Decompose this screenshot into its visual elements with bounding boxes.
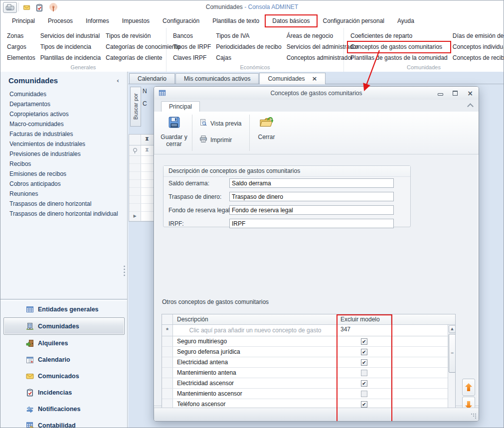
document-tab[interactable]: Mis comunicados activos × [175, 73, 259, 84]
menu-item[interactable]: Principal [5, 15, 41, 26]
row-description[interactable]: Seguro defensa jurídica [173, 347, 337, 357]
sidebar-item[interactable]: Recibos [0, 159, 127, 169]
table-row[interactable]: Mantenimiento ascensor ✔ [162, 389, 455, 399]
sidebar-item[interactable]: Traspasos de dinero horizontal [0, 199, 127, 209]
ribbon-link[interactable]: Bancos [170, 31, 213, 41]
row-exclude-cell[interactable]: ✔ [337, 336, 391, 346]
menu-item[interactable]: Procesos [41, 15, 79, 26]
exclude-checkbox[interactable]: ✔ [361, 370, 367, 376]
ribbon-link[interactable]: Días de emisión de recibo [450, 31, 504, 41]
ribbon-link[interactable]: Plantillas de gastos de la comunidad [348, 53, 450, 63]
ribbon-link[interactable]: Conceptos de gastos comunitarios [348, 42, 450, 52]
module-calendario[interactable]: Calendario [0, 351, 127, 368]
exclude-checkbox[interactable]: ✔ [361, 391, 367, 397]
row-description[interactable]: Electricidad ascensor [173, 378, 337, 388]
exclude-checkbox[interactable]: ✔ [361, 359, 367, 366]
module-entidades-generales[interactable]: Entidades generales [0, 301, 127, 317]
search-by-vertical-tab[interactable]: Buscar por [130, 87, 141, 127]
row-description[interactable]: Electricidad antena [173, 357, 337, 367]
tab-principal[interactable]: Principal [161, 101, 200, 113]
module-notificaciones[interactable]: Notificaciones [0, 401, 127, 417]
row-exclude-cell[interactable]: ✔ [337, 357, 391, 367]
scrollbar-thumb[interactable]: ≡ [449, 334, 456, 373]
sidebar-item[interactable]: Emisiones de recibos [0, 169, 127, 179]
ribbon-link[interactable]: Cargos [4, 42, 38, 52]
module-comunidades[interactable]: Comunidades [3, 317, 125, 335]
module-alquileres[interactable]: Alquileres [0, 335, 127, 351]
module-comunicados[interactable]: Comunicados [0, 368, 127, 384]
table-row[interactable]: Electricidad antena ✔ [162, 357, 455, 368]
sidebar-item[interactable]: Comunidades [0, 89, 127, 99]
minimize-button[interactable] [437, 90, 444, 97]
table-row[interactable]: Seguro defensa jurídica ✔ [162, 347, 455, 357]
table-row[interactable]: Seguro multiriesgo ✔ [162, 336, 455, 347]
ribbon-link[interactable]: Coeficientes de reparto [348, 31, 450, 41]
ribbon-link[interactable]: Elementos [4, 53, 38, 63]
field-input[interactable] [229, 205, 394, 215]
menu-item[interactable]: Plantillas de texto [206, 15, 266, 26]
preview-button[interactable]: Vista previa [196, 118, 244, 129]
close-button[interactable]: × [467, 90, 474, 97]
save-and-close-button[interactable]: Guardar y cerrar [158, 112, 190, 154]
ribbon-link[interactable]: Tipos de incidencia [38, 42, 103, 52]
menu-item[interactable]: Ayuda [391, 15, 421, 26]
ribbon-link[interactable]: Servicios del industrial [38, 31, 103, 41]
menu-item[interactable]: Configuración personal [317, 15, 391, 26]
dialog-titlebar[interactable]: Conceptos de gastos comunitarios × [154, 87, 479, 100]
exclude-checkbox[interactable]: ✔ [361, 338, 367, 345]
row-exclude-cell[interactable]: ✔ [337, 347, 391, 357]
field-input[interactable] [229, 219, 394, 228]
vertical-scrollbar[interactable]: ▲ ≡ ▼ [448, 325, 455, 422]
sidebar-item[interactable]: Cobros anticipados [0, 179, 127, 189]
close-icon[interactable]: × [312, 73, 317, 84]
ribbon-link[interactable]: Plantillas de incidencia [38, 53, 103, 63]
scroll-up-icon[interactable]: ▲ [449, 325, 456, 333]
resize-grip[interactable] [471, 413, 477, 419]
sidebar-item[interactable]: Previsiones de industriales [0, 149, 127, 159]
sidebar-item[interactable]: Copropietarios activos [0, 109, 127, 119]
row-exclude-cell[interactable]: ✔ [337, 378, 391, 388]
ribbon-link[interactable]: Conceptos de recibo [450, 53, 504, 63]
maximize-button[interactable] [452, 90, 459, 97]
splitter-handle[interactable] [124, 264, 126, 278]
document-tab[interactable]: Comunidades × [259, 73, 326, 84]
row-description[interactable]: Mantenimiento ascensor [173, 389, 337, 399]
document-tab[interactable]: Calendario × [129, 73, 175, 84]
module-contabilidad[interactable]: Contabilidad [0, 417, 127, 428]
ribbon-link[interactable]: Zonas [4, 31, 38, 41]
collapse-ribbon-icon[interactable] [467, 103, 474, 110]
row-description[interactable]: Mantenimiento antena [173, 368, 337, 378]
field-input[interactable] [229, 178, 394, 188]
ribbon-link[interactable]: Tipos de IVA [213, 31, 284, 41]
menu-item[interactable]: Datos básicos [266, 15, 316, 26]
new-row[interactable]: * Clic aquí para añadir un nuevo concept… [162, 325, 455, 336]
module-incidencias[interactable]: Incidencias [0, 384, 127, 401]
ribbon-link[interactable]: Periodicidades de recibo [213, 42, 284, 52]
menu-item[interactable]: Informes [79, 15, 116, 26]
field-input[interactable] [229, 192, 394, 201]
ribbon-link[interactable]: Conceptos individuales [450, 42, 504, 52]
close-dialog-button[interactable]: Cerrar [252, 112, 281, 154]
sidebar-item[interactable]: Facturas de industriales [0, 129, 127, 139]
menu-item[interactable]: Configuración [156, 15, 206, 26]
table-row[interactable]: Mantenimiento antena ✔ [162, 368, 455, 378]
ribbon-link[interactable]: Claves IRPF [170, 53, 213, 63]
exclude-checkbox[interactable]: ✔ [361, 401, 367, 408]
table-row[interactable]: Electricidad ascensor ✔ [162, 378, 455, 389]
move-up-button[interactable] [462, 379, 475, 396]
sidebar-item[interactable]: Reuniones [0, 189, 127, 199]
sidebar-item[interactable]: Departamentos [0, 99, 127, 109]
sidebar-item[interactable]: Macro-comunidades [0, 119, 127, 129]
row-description[interactable]: Seguro multiriesgo [173, 336, 337, 346]
menu-item[interactable]: Impuestos [116, 15, 156, 26]
row-exclude-cell[interactable]: ✔ [337, 368, 391, 378]
sidebar-item[interactable]: Traspasos de dinero horizontal individua… [0, 209, 127, 219]
print-button[interactable]: Imprimir [196, 134, 244, 145]
exclude-checkbox[interactable]: ✔ [361, 349, 367, 355]
ribbon-link[interactable]: Cajas [213, 53, 284, 63]
ribbon-link[interactable]: Tipos de IRPF [170, 42, 213, 52]
exclude-checkbox[interactable]: ✔ [361, 380, 367, 387]
row-exclude-cell[interactable]: ✔ [337, 389, 391, 399]
column-header-descripcion[interactable]: Descripción [173, 314, 337, 324]
column-header-excluir-347[interactable]: Excluir modelo 347 [337, 314, 391, 324]
